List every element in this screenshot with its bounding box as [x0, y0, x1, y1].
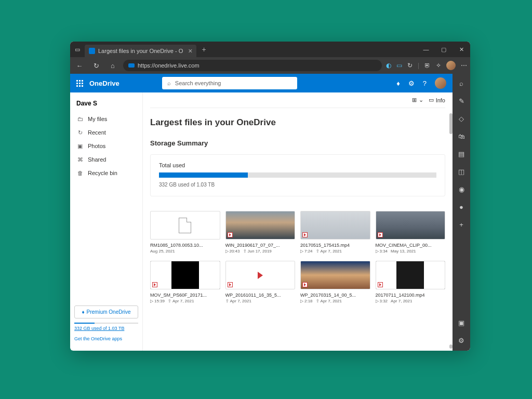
scrollbar[interactable]	[449, 113, 453, 134]
app-icon[interactable]: ▭	[396, 62, 402, 69]
minimize-button[interactable]: —	[417, 42, 435, 57]
shield-icon[interactable]: ⛨	[424, 62, 431, 69]
browser-tab[interactable]: Largest files in your OneDrive - O ×	[85, 45, 196, 57]
nav-my-files[interactable]: 🗀My files	[70, 112, 142, 126]
storage-used-text: 332 GB used of 1.03 TB	[159, 182, 436, 188]
file-item[interactable]: 20170711_142100.mp4 ▷ 3:32Apr 7, 2021	[376, 261, 446, 303]
view-options[interactable]: ⊞⌄	[412, 97, 423, 103]
main-content: ⊞⌄ ▭Info Largest files in your OneDrive …	[143, 92, 453, 351]
sync-icon[interactable]: ↻	[407, 62, 413, 69]
account-avatar[interactable]	[435, 77, 446, 89]
file-item[interactable]: RM1085_1078.0053.10... Aug 25, 2021	[150, 211, 220, 254]
video-badge-icon	[228, 282, 233, 287]
video-badge-icon	[302, 282, 308, 287]
nav-photos[interactable]: ▣Photos	[70, 139, 142, 153]
close-button[interactable]: ✕	[453, 42, 470, 57]
file-item[interactable]: MOV_CINEMA_CLIP_00... ▷ 3:34May 13, 2021	[376, 211, 446, 254]
sidebar: Dave S 🗀My files ↻Recent ▣Photos ⌘Shared…	[70, 92, 143, 351]
outlook-rail-icon[interactable]: ◉	[456, 184, 467, 194]
file-item[interactable]: WP_20161011_16_35_5... ⇪ Apr 7, 2021	[225, 261, 296, 303]
progress-bar	[159, 172, 436, 178]
file-thumbnail	[150, 261, 220, 289]
info-icon: ▭	[429, 97, 434, 103]
profile-avatar[interactable]	[446, 61, 456, 70]
people-icon: ⌘	[76, 156, 84, 163]
app-launcher-icon[interactable]	[76, 80, 83, 87]
file-item[interactable]: WP_20170315_14_00_5... ▷ 2:18⇪ Apr 7, 20…	[300, 261, 370, 303]
new-tab-button[interactable]: +	[202, 45, 206, 54]
shopping-rail-icon[interactable]: 🛍	[456, 131, 467, 141]
app-header: OneDrive ⌕ Search everything ♦ ⚙ ?	[70, 74, 453, 92]
maximize-button[interactable]: ▢	[435, 42, 453, 57]
get-apps-link[interactable]: Get the OneDrive apps	[74, 336, 138, 341]
search-input[interactable]: ⌕ Search everything	[162, 77, 297, 89]
edge-sidebar: ⌕ ✎ ◇ 🛍 ▤ ◫ ◉ ● + ▣ ⚙	[453, 74, 470, 351]
back-button[interactable]: ←	[73, 62, 86, 70]
search-rail-icon[interactable]: ⌕	[456, 78, 467, 88]
search-icon: ⌕	[167, 80, 171, 86]
office-rail-icon[interactable]: ◫	[456, 166, 467, 177]
tab-close-icon[interactable]: ×	[188, 47, 192, 55]
progress-fill	[159, 172, 248, 178]
folder-icon: 🗀	[76, 115, 84, 123]
file-thumbnail	[376, 261, 446, 289]
file-thumbnail	[225, 261, 296, 289]
file-thumbnail	[300, 261, 370, 289]
spotify-rail-icon[interactable]: ●	[456, 202, 467, 212]
info-toggle[interactable]: ▭Info	[429, 97, 445, 103]
user-name: Dave S	[70, 98, 142, 112]
play-icon	[258, 272, 263, 279]
url-input[interactable]: https://onedrive.live.com	[123, 60, 382, 71]
chevron-down-icon: ⌄	[419, 97, 423, 103]
tracking-icon[interactable]: ◐	[386, 62, 391, 69]
tag-rail-icon[interactable]: ◇	[456, 113, 467, 124]
file-grid: RM1085_1078.0053.10... Aug 25, 2021 WIN_…	[150, 211, 445, 303]
file-item[interactable]: 20170515_175415.mp4 ▷ 7:24⇪ Apr 7, 2021	[300, 211, 370, 254]
tab-title: Largest files in your OneDrive - O	[98, 48, 183, 54]
video-badge-icon	[378, 282, 383, 287]
help-icon[interactable]: ?	[423, 79, 427, 87]
nav-recycle[interactable]: 🗑Recycle bin	[70, 166, 142, 180]
trash-icon: 🗑	[76, 169, 84, 177]
file-thumbnail	[225, 211, 296, 240]
collections-icon[interactable]: ✧	[436, 62, 441, 69]
search-placeholder: Search everything	[175, 80, 221, 86]
toolbar: ⊞⌄ ▭Info	[150, 92, 445, 108]
nav-recent[interactable]: ↻Recent	[70, 126, 142, 139]
scrollbar-bottom[interactable]	[449, 344, 453, 349]
file-item[interactable]: MOV_SM_PS60F_20171... ▷ 15:39⇪ Apr 7, 20…	[150, 261, 220, 303]
photo-icon: ▣	[76, 142, 84, 150]
file-thumbnail	[300, 211, 370, 240]
tools-rail-icon[interactable]: ✎	[456, 96, 467, 106]
document-icon	[179, 218, 191, 233]
section-title: Storage Summary	[150, 139, 445, 147]
add-rail-icon[interactable]: +	[456, 219, 467, 230]
site-identity-icon	[128, 63, 135, 68]
favicon-icon	[89, 48, 95, 54]
collections-rail-icon[interactable]: ▤	[456, 149, 467, 159]
menu-icon[interactable]: ⋯	[461, 62, 467, 69]
file-thumbnail	[150, 211, 220, 240]
address-bar: ← ↻ ⌂ https://onedrive.live.com ◐ ▭ ↻ | …	[70, 57, 470, 74]
tab-actions-icon[interactable]: ▭	[70, 46, 85, 53]
premium-icon[interactable]: ♦	[396, 79, 400, 87]
video-badge-icon	[378, 232, 383, 237]
home-button[interactable]: ⌂	[107, 62, 119, 70]
storage-meter	[74, 323, 138, 324]
premium-button[interactable]: ♦Premium OneDrive	[74, 305, 138, 318]
settings-rail-icon[interactable]: ⚙	[456, 335, 467, 345]
storage-link[interactable]: 332 GB used of 1.03 TB	[74, 326, 138, 331]
video-badge-icon	[228, 232, 233, 237]
url-text: https://onedrive.live.com	[138, 62, 200, 69]
page-title: Largest files in your OneDrive	[150, 117, 445, 128]
file-item[interactable]: WIN_20190617_07_07_... ▷ 20:43⇪ Jun 17, …	[225, 211, 296, 254]
collapse-rail-icon[interactable]: ▣	[456, 317, 467, 328]
app-name[interactable]: OneDrive	[89, 79, 119, 87]
settings-icon[interactable]: ⚙	[408, 79, 415, 87]
refresh-button[interactable]: ↻	[90, 62, 102, 70]
browser-window: ▭ Largest files in your OneDrive - O × +…	[70, 42, 470, 351]
diamond-icon: ♦	[82, 309, 84, 315]
grid-icon: ⊞	[412, 97, 417, 103]
nav-shared[interactable]: ⌘Shared	[70, 153, 142, 166]
clock-icon: ↻	[76, 129, 84, 136]
